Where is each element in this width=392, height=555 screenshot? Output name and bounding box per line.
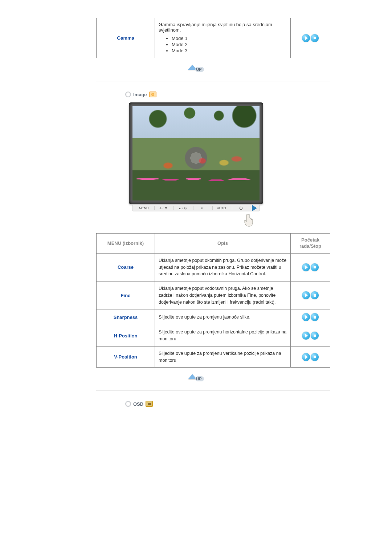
bezel-btn-bright-down[interactable]: ☀ / ▼ [154, 206, 172, 210]
gamma-mode-3: Mode 3 [172, 48, 287, 53]
row-hposition-desc: Slijedite ove upute za promjenu horizont… [155, 325, 291, 347]
gamma-desc-intro: Gamma ispravljanje mijenja svjetlinu boj… [159, 22, 272, 33]
row-hposition-label: H-Position [97, 325, 155, 347]
stop-button[interactable] [311, 291, 319, 299]
gamma-label: Gamma [97, 18, 155, 58]
row-sharpness-desc: Slijedite ove upute za promjenu jasnoće … [155, 309, 291, 325]
gamma-mode-2: Mode 2 [172, 42, 287, 47]
image-icon [149, 92, 156, 97]
stop-button[interactable] [311, 263, 319, 271]
bezel-btn-menu[interactable]: MENU [135, 206, 153, 210]
monitor-frame [129, 102, 263, 204]
row-coarse-desc: Uklanja smetnje poput okomitih pruga. Gr… [155, 253, 291, 281]
bezel-wedge-icon [252, 205, 257, 211]
gamma-actions [291, 18, 330, 58]
gamma-description: Gamma ispravljanje mijenja svjetlinu boj… [155, 18, 291, 58]
play-button[interactable] [302, 353, 310, 361]
up-label: UP [195, 376, 204, 381]
hand-cursor-icon [244, 212, 263, 228]
bullet-icon [125, 401, 131, 407]
stop-button[interactable] [311, 353, 319, 361]
play-button[interactable] [302, 263, 310, 271]
row-fine-desc: Uklanja smetnje poput vodoravnih pruga. … [155, 281, 291, 309]
play-button[interactable] [302, 291, 310, 299]
table-row: Sharpness Slijedite ove upute za promjen… [97, 309, 330, 325]
row-fine-label: Fine [97, 281, 155, 309]
play-button[interactable] [302, 34, 310, 42]
monitor-screen-image [132, 106, 260, 200]
monitor-illustration: MENU ☀ / ▼ ▲ / ⊙ ⏎ AUTO ⏻ [62, 102, 330, 228]
bezel-btn-enter[interactable]: ⏎ [193, 206, 211, 210]
image-section-header: Image [125, 92, 330, 97]
back-to-top-link[interactable]: UP [188, 374, 204, 379]
play-button[interactable] [302, 332, 310, 340]
gamma-mode-1: Mode 1 [172, 36, 287, 41]
table-row: Fine Uklanja smetnje poput vodoravnih pr… [97, 281, 330, 309]
bullet-icon [125, 92, 131, 97]
table-row: H-Position Slijedite ove upute za promje… [97, 325, 330, 347]
row-vposition-desc: Slijedite ove upute za promjenu vertikal… [155, 346, 291, 368]
bezel-btn-auto[interactable]: AUTO [212, 206, 230, 210]
section-divider [96, 81, 330, 81]
gamma-mode-list: Mode 1 Mode 2 Mode 3 [165, 36, 287, 53]
back-to-top-link[interactable]: UP [188, 65, 204, 70]
col-header-menu: MENU (izbornik) [97, 234, 155, 254]
monitor-bezel-buttons: MENU ☀ / ▼ ▲ / ⊙ ⏎ AUTO ⏻ [132, 205, 260, 211]
up-label: UP [195, 67, 204, 72]
play-button[interactable] [302, 313, 310, 321]
row-coarse-label: Coarse [97, 253, 155, 281]
osd-icon [146, 401, 153, 407]
bezel-btn-power[interactable]: ⏻ [232, 206, 250, 210]
col-header-action: Početak rada/Stop [291, 234, 330, 254]
image-settings-table: MENU (izbornik) Opis Početak rada/Stop C… [96, 233, 330, 368]
col-header-desc: Opis [155, 234, 291, 254]
section-divider [96, 390, 330, 391]
row-sharpness-label: Sharpness [97, 309, 155, 325]
table-row: Coarse Uklanja smetnje poput okomitih pr… [97, 253, 330, 281]
stop-button[interactable] [311, 313, 319, 321]
row-vposition-label: V-Position [97, 346, 155, 368]
stop-button[interactable] [311, 332, 319, 340]
image-section-title: Image [133, 92, 147, 97]
table-row: V-Position Slijedite ove upute za promje… [97, 346, 330, 368]
gamma-row-fragment: Gamma Gamma ispravljanje mijenja svjetli… [96, 18, 330, 58]
osd-section-title: OSD [133, 401, 143, 407]
bezel-btn-up[interactable]: ▲ / ⊙ [173, 206, 192, 210]
stop-button[interactable] [311, 34, 319, 42]
osd-section-header: OSD [125, 401, 330, 407]
